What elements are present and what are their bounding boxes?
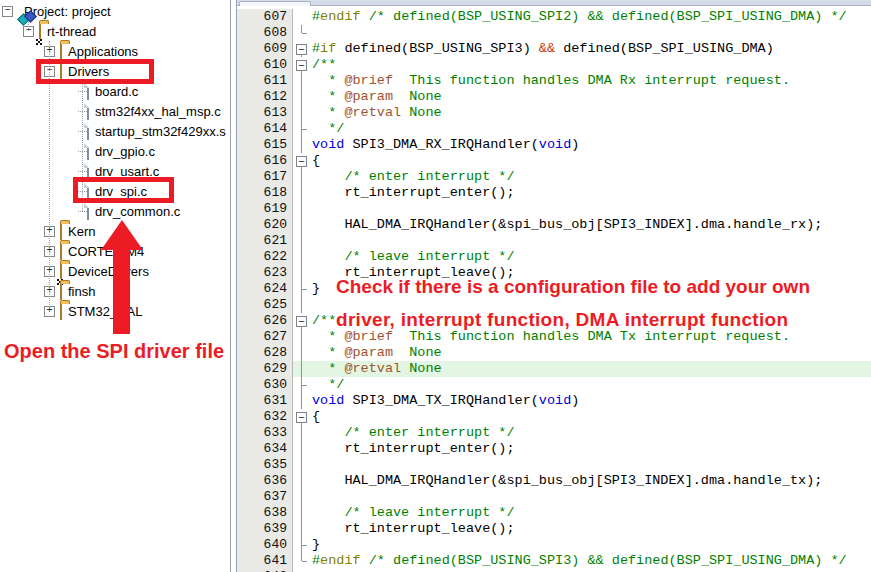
- fold-collapse-icon[interactable]: −: [293, 409, 310, 425]
- code-line-633[interactable]: 633 /* enter interrupt */: [237, 425, 871, 441]
- fold-margin: [293, 425, 310, 441]
- code-line-611[interactable]: 611 * @brief This function handles DMA R…: [237, 73, 871, 89]
- fold-collapse-icon[interactable]: −: [293, 313, 310, 329]
- code-text: [310, 25, 871, 41]
- tree-item-project-project[interactable]: −Project: project: [0, 1, 230, 21]
- code-line-640[interactable]: 640}: [237, 537, 871, 553]
- code-line-620[interactable]: 620 HAL_DMA_IRQHandler(&spi_bus_obj[SPI3…: [237, 217, 871, 233]
- tree-item-label: finsh: [68, 284, 95, 299]
- code-line-630[interactable]: 630 */: [237, 377, 871, 393]
- code-line-639[interactable]: 639 rt_interrupt_leave();: [237, 521, 871, 537]
- code-text: #endif /* defined(BSP_USING_SPI2) && def…: [310, 9, 871, 25]
- fold-margin: [293, 217, 310, 233]
- tree-item-label: Kern: [68, 224, 95, 239]
- tree-item-drv-gpio-c[interactable]: drv_gpio.c: [0, 141, 230, 161]
- line-number: 627: [237, 329, 293, 345]
- code-text: void SPI3_DMA_TX_IRQHandler(void): [310, 393, 871, 409]
- code-text: }: [310, 537, 871, 553]
- file-icon: [87, 103, 89, 120]
- code-text: /* enter interrupt */: [310, 425, 871, 441]
- code-text: rt_interrupt_enter();: [310, 441, 871, 457]
- tree-item-rt-thread[interactable]: −rt-thread: [0, 21, 230, 41]
- line-number: 635: [237, 457, 293, 473]
- fold-margin: [293, 121, 310, 137]
- code-line-614[interactable]: 614 */: [237, 121, 871, 137]
- fold-margin: [293, 169, 310, 185]
- fold-margin: [293, 137, 310, 153]
- code-line-635[interactable]: 635: [237, 457, 871, 473]
- code-text: rt_interrupt_enter();: [310, 185, 871, 201]
- code-line-619[interactable]: 619: [237, 201, 871, 217]
- tree-item-label: STM32_HAL: [68, 304, 142, 319]
- line-number: 640: [237, 537, 293, 553]
- annotation-box-drivers: [36, 59, 154, 84]
- tree-item-startup-stm32f429xx-s[interactable]: startup_stm32f429xx.s: [0, 121, 230, 141]
- tree-item-label: stm32f4xx_hal_msp.c: [95, 104, 221, 119]
- code-line-607[interactable]: 607#endif /* defined(BSP_USING_SPI2) && …: [237, 9, 871, 25]
- fold-margin: [293, 73, 310, 89]
- folder-icon: [39, 23, 41, 40]
- code-line-622[interactable]: 622 /* leave interrupt */: [237, 249, 871, 265]
- fold-margin: [293, 265, 310, 281]
- code-text: * @brief This function handles DMA Tx in…: [310, 329, 871, 345]
- fold-margin: [293, 473, 310, 489]
- code-text: #endif /* defined(BSP_USING_SPI3) && def…: [310, 553, 871, 569]
- line-number: 639: [237, 521, 293, 537]
- code-line-612[interactable]: 612 * @param None: [237, 89, 871, 105]
- code-line-616[interactable]: 616−{: [237, 153, 871, 169]
- fold-collapse-icon[interactable]: −: [293, 57, 310, 73]
- fold-margin: [293, 25, 310, 41]
- line-number: 625: [237, 297, 293, 313]
- code-line-615[interactable]: 615void SPI3_DMA_RX_IRQHandler(void): [237, 137, 871, 153]
- tree-item-applications[interactable]: +Applications: [0, 41, 230, 61]
- line-number: 631: [237, 393, 293, 409]
- line-number: 613: [237, 105, 293, 121]
- collapse-toggle-icon[interactable]: −: [2, 6, 13, 17]
- tree-item-drv-common-c[interactable]: drv_common.c: [0, 201, 230, 221]
- code-line-609[interactable]: 609−#if defined(BSP_USING_SPI3) && defin…: [237, 41, 871, 57]
- code-text: {: [310, 409, 871, 425]
- fold-margin: [293, 249, 310, 265]
- code-line-608[interactable]: 608: [237, 25, 871, 41]
- code-line-641[interactable]: 641#endif /* defined(BSP_USING_SPI3) && …: [237, 553, 871, 569]
- code-line-634[interactable]: 634 rt_interrupt_enter();: [237, 441, 871, 457]
- code-line-613[interactable]: 613 * @retval None: [237, 105, 871, 121]
- code-line-617[interactable]: 617 /* enter interrupt */: [237, 169, 871, 185]
- code-line-638[interactable]: 638 /* leave interrupt */: [237, 505, 871, 521]
- fold-collapse-icon[interactable]: −: [293, 41, 310, 57]
- fold-margin: [293, 281, 310, 297]
- tree-item-stm32f4xx-hal-msp-c[interactable]: stm32f4xx_hal_msp.c: [0, 101, 230, 121]
- code-text: {: [310, 153, 871, 169]
- code-line-636[interactable]: 636 HAL_DMA_IRQHandler(&spi_bus_obj[SPI3…: [237, 473, 871, 489]
- line-number: 621: [237, 233, 293, 249]
- code-text: */: [310, 377, 871, 393]
- code-line-637[interactable]: 637: [237, 489, 871, 505]
- line-number: 618: [237, 185, 293, 201]
- code-line-631[interactable]: 631void SPI3_DMA_TX_IRQHandler(void): [237, 393, 871, 409]
- code-line-629[interactable]: 629 * @retval None: [237, 361, 871, 377]
- line-number: 624: [237, 281, 293, 297]
- code-line-621[interactable]: 621: [237, 233, 871, 249]
- code-text: * @retval None: [310, 361, 871, 377]
- code-line-627[interactable]: 627 * @brief This function handles DMA T…: [237, 329, 871, 345]
- code-line-618[interactable]: 618 rt_interrupt_enter();: [237, 185, 871, 201]
- code-line-632[interactable]: 632−{: [237, 409, 871, 425]
- tree-item-board-c[interactable]: board.c: [0, 81, 230, 101]
- annotation-open-spi-driver-note: Open the SPI driver file: [4, 340, 224, 363]
- tab-strip[interactable]: [237, 0, 871, 6]
- folder-icon: [60, 303, 62, 320]
- fold-collapse-icon[interactable]: −: [293, 153, 310, 169]
- folder-icon: [60, 224, 62, 239]
- code-text: */: [310, 121, 871, 137]
- line-number: 619: [237, 201, 293, 217]
- line-number: 623: [237, 265, 293, 281]
- code-text: [310, 233, 871, 249]
- document-tab[interactable]: [239, 1, 311, 6]
- code-line-610[interactable]: 610−/**: [237, 57, 871, 73]
- folder-icon: [60, 263, 62, 280]
- fold-margin: [293, 553, 310, 569]
- code-text: #if defined(BSP_USING_SPI3) && defined(B…: [310, 41, 871, 57]
- folder-icon: [60, 284, 62, 299]
- code-line-628[interactable]: 628 * @param None: [237, 345, 871, 361]
- annotation-arrow-head-icon: [101, 220, 143, 250]
